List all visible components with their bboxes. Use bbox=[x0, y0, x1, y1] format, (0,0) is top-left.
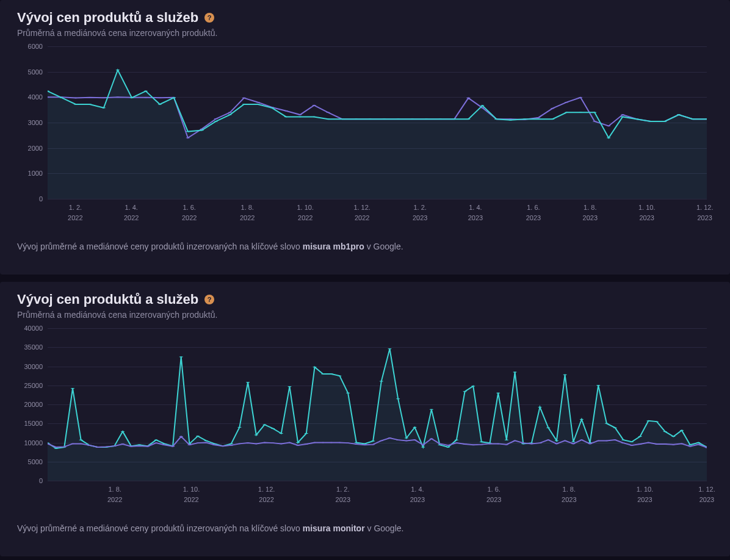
y-tick-label: 6000 bbox=[28, 43, 43, 50]
svg-point-54 bbox=[130, 97, 134, 98]
svg-point-199 bbox=[237, 443, 241, 445]
grid-line bbox=[48, 199, 707, 199]
panel-title: Vývoj cen produktů a služeb bbox=[17, 292, 198, 307]
help-icon[interactable]: ? bbox=[204, 13, 214, 23]
svg-point-225 bbox=[455, 442, 458, 443]
svg-point-90 bbox=[635, 118, 638, 120]
svg-point-147 bbox=[471, 386, 475, 387]
svg-point-152 bbox=[513, 372, 516, 373]
svg-point-134 bbox=[363, 443, 366, 445]
svg-point-142 bbox=[430, 409, 433, 410]
svg-point-56 bbox=[158, 104, 162, 105]
svg-point-38 bbox=[579, 97, 582, 98]
price-panel-1: Vývoj cen produktů a služeb ? Průměrná a… bbox=[0, 0, 730, 275]
svg-point-77 bbox=[452, 118, 456, 120]
svg-point-180 bbox=[79, 443, 82, 445]
svg-point-129 bbox=[321, 373, 325, 375]
svg-point-93 bbox=[677, 114, 681, 115]
svg-point-206 bbox=[296, 445, 300, 446]
svg-point-238 bbox=[563, 440, 566, 442]
svg-point-112 bbox=[179, 356, 182, 357]
svg-point-171 bbox=[671, 436, 675, 437]
svg-point-67 bbox=[312, 117, 316, 118]
svg-point-60 bbox=[214, 121, 218, 122]
svg-point-179 bbox=[71, 443, 74, 445]
help-icon[interactable]: ? bbox=[204, 295, 214, 304]
svg-point-5 bbox=[116, 97, 120, 98]
svg-point-61 bbox=[228, 114, 231, 115]
svg-point-251 bbox=[671, 444, 675, 445]
svg-point-220 bbox=[413, 439, 416, 440]
svg-point-178 bbox=[62, 447, 66, 448]
svg-point-189 bbox=[154, 442, 157, 443]
svg-point-201 bbox=[255, 443, 258, 445]
svg-point-237 bbox=[555, 443, 558, 445]
svg-point-97 bbox=[54, 448, 57, 449]
svg-point-172 bbox=[680, 430, 684, 431]
svg-point-202 bbox=[262, 442, 266, 443]
svg-point-253 bbox=[688, 446, 692, 447]
svg-point-168 bbox=[646, 420, 650, 422]
y-tick-label: 2000 bbox=[28, 145, 43, 152]
svg-point-36 bbox=[551, 108, 554, 109]
x-tick-label: 1. 4.2023 bbox=[410, 481, 425, 504]
svg-point-186 bbox=[129, 446, 132, 447]
chart-1[interactable]: 01000200030004000500060001. 2.20221. 4.2… bbox=[17, 46, 713, 229]
svg-point-68 bbox=[326, 118, 330, 120]
svg-point-73 bbox=[396, 118, 400, 120]
x-tick-label: 1. 12.2023 bbox=[696, 199, 714, 223]
chart-2[interactable]: 0500010000150002000025000300003500040000… bbox=[17, 328, 713, 511]
svg-point-232 bbox=[513, 440, 516, 442]
svg-point-59 bbox=[200, 130, 204, 131]
x-tick-label: 1. 12.2022 bbox=[353, 199, 370, 223]
x-tick-label: 1. 6.2022 bbox=[182, 199, 197, 223]
svg-point-81 bbox=[508, 120, 512, 121]
footer-keyword: misura mb1pro bbox=[303, 242, 364, 251]
svg-point-254 bbox=[696, 444, 700, 445]
panel-subtitle: Průměrná a mediánová cena inzerovaných p… bbox=[17, 28, 713, 38]
y-tick-label: 1000 bbox=[28, 170, 43, 177]
x-tick-label: 1. 8.2022 bbox=[240, 199, 255, 223]
svg-point-99 bbox=[71, 388, 74, 389]
svg-point-35 bbox=[537, 117, 540, 118]
svg-point-182 bbox=[96, 447, 99, 448]
svg-point-115 bbox=[204, 440, 208, 442]
svg-point-79 bbox=[480, 105, 484, 106]
svg-point-91 bbox=[649, 121, 652, 122]
svg-point-146 bbox=[463, 391, 466, 392]
svg-point-145 bbox=[455, 439, 458, 440]
svg-point-100 bbox=[79, 439, 82, 440]
svg-point-17 bbox=[284, 110, 287, 112]
svg-point-19 bbox=[312, 105, 316, 106]
x-tick-label: 1. 10.2022 bbox=[183, 481, 200, 504]
svg-point-105 bbox=[121, 431, 125, 433]
svg-point-167 bbox=[638, 436, 641, 437]
svg-point-80 bbox=[494, 118, 498, 120]
panel-subtitle: Průměrná a mediánová cena inzerovaných p… bbox=[17, 310, 713, 320]
svg-point-221 bbox=[421, 445, 425, 446]
svg-point-50 bbox=[74, 104, 78, 105]
svg-point-148 bbox=[480, 442, 483, 443]
svg-point-141 bbox=[421, 447, 425, 448]
svg-point-88 bbox=[607, 137, 610, 138]
panel-title-row: Vývoj cen produktů a služeb ? bbox=[17, 292, 713, 307]
footer-keyword: misura monitor bbox=[303, 523, 365, 533]
x-tick-label: 1. 2.2023 bbox=[336, 481, 350, 504]
svg-point-10 bbox=[186, 137, 190, 138]
svg-point-169 bbox=[655, 421, 659, 422]
svg-point-207 bbox=[305, 443, 308, 445]
svg-point-215 bbox=[371, 444, 375, 445]
svg-point-12 bbox=[214, 118, 218, 120]
y-tick-label: 3000 bbox=[28, 119, 43, 126]
y-tick-label: 25000 bbox=[24, 382, 43, 389]
svg-point-120 bbox=[246, 382, 250, 383]
svg-point-236 bbox=[546, 439, 550, 440]
x-tick-label: 1. 10.2022 bbox=[297, 199, 314, 223]
svg-point-250 bbox=[663, 443, 667, 445]
svg-point-64 bbox=[270, 107, 273, 109]
svg-point-121 bbox=[255, 434, 258, 436]
svg-point-174 bbox=[696, 442, 700, 443]
svg-point-246 bbox=[630, 445, 634, 446]
svg-point-158 bbox=[563, 375, 566, 376]
svg-point-170 bbox=[663, 431, 667, 433]
